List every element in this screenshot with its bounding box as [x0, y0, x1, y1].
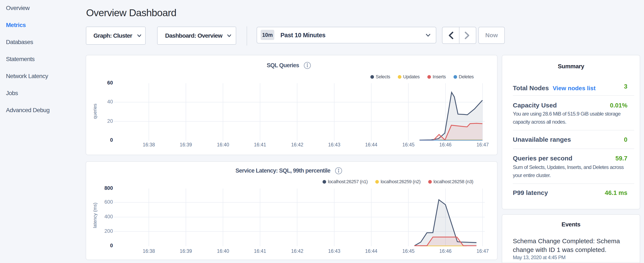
svg-text:16:47: 16:47	[476, 248, 489, 254]
svg-text:16:40: 16:40	[217, 142, 229, 147]
svg-text:16:43: 16:43	[328, 142, 340, 147]
svg-text:0: 0	[110, 137, 113, 143]
svg-text:queries: queries	[92, 104, 98, 119]
svg-text:16:44: 16:44	[365, 248, 378, 254]
svg-text:16:46: 16:46	[439, 248, 452, 254]
svg-text:40: 40	[107, 99, 113, 105]
svg-text:latency (ms): latency (ms)	[92, 203, 98, 228]
svg-text:16:46: 16:46	[439, 142, 452, 147]
svg-text:20: 20	[107, 118, 113, 124]
svg-text:0: 0	[110, 242, 113, 248]
svg-text:16:40: 16:40	[217, 248, 229, 254]
svg-text:800: 800	[104, 185, 113, 191]
svg-text:16:44: 16:44	[365, 142, 378, 147]
svg-text:16:45: 16:45	[402, 142, 414, 147]
svg-text:16:41: 16:41	[254, 248, 266, 254]
svg-text:16:47: 16:47	[476, 142, 489, 147]
svg-text:16:39: 16:39	[180, 248, 192, 254]
svg-text:600: 600	[104, 199, 113, 205]
svg-text:16:41: 16:41	[254, 142, 266, 147]
svg-text:16:38: 16:38	[143, 248, 155, 254]
svg-text:60: 60	[107, 80, 113, 86]
svg-text:16:42: 16:42	[291, 142, 304, 147]
svg-text:400: 400	[104, 214, 113, 219]
svg-text:16:39: 16:39	[180, 142, 192, 147]
svg-text:200: 200	[104, 228, 113, 234]
svg-text:16:45: 16:45	[402, 248, 414, 254]
svg-text:16:43: 16:43	[328, 248, 340, 254]
svg-text:16:38: 16:38	[143, 142, 155, 147]
svg-text:16:42: 16:42	[291, 248, 304, 254]
